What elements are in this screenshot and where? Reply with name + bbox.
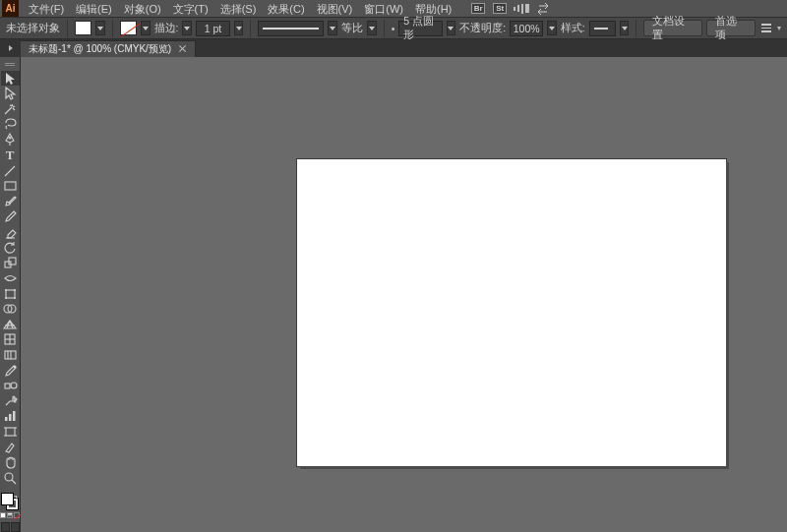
menu-window[interactable]: 窗口(W) xyxy=(358,0,409,18)
gradient-tool[interactable] xyxy=(1,347,20,363)
menu-file[interactable]: 文件(F) xyxy=(23,0,70,18)
magic-wand-tool[interactable] xyxy=(1,101,20,117)
opacity-menu[interactable] xyxy=(547,21,557,35)
document-setup-button[interactable]: 文档设置 xyxy=(643,20,702,36)
paintbrush-tool[interactable] xyxy=(1,194,20,209)
workspace-switcher-button[interactable] xyxy=(534,1,552,17)
free-transform-tool[interactable] xyxy=(1,286,20,302)
document-tab-title: 未标题-1* @ 100% (CMYK/预览) xyxy=(29,42,171,56)
color-mode-gradient[interactable] xyxy=(7,512,13,518)
svg-line-1 xyxy=(5,166,15,176)
tab-scroll-button[interactable] xyxy=(0,39,21,57)
opacity-field[interactable]: 100% xyxy=(510,21,543,36)
svg-rect-30 xyxy=(13,411,16,421)
fill-swatch[interactable] xyxy=(75,21,91,35)
eyedropper-tool[interactable] xyxy=(1,363,20,379)
svg-point-9 xyxy=(5,297,7,299)
brush-definition-menu[interactable] xyxy=(328,21,337,35)
lasso-tool[interactable] xyxy=(1,117,20,133)
tab-close-button[interactable] xyxy=(179,45,187,53)
zoom-tool[interactable] xyxy=(1,470,20,486)
color-mode-solid[interactable] xyxy=(0,512,6,518)
menu-effect[interactable]: 效果(C) xyxy=(262,0,310,18)
screen-mode-buttons xyxy=(1,522,20,532)
mesh-tool[interactable] xyxy=(1,332,20,348)
svg-point-8 xyxy=(14,289,16,291)
color-mode-none[interactable] xyxy=(14,512,20,518)
variable-width-profile-menu[interactable] xyxy=(447,21,456,35)
swap-fill-stroke-button[interactable] xyxy=(13,492,20,499)
svg-point-36 xyxy=(5,473,13,481)
svg-rect-23 xyxy=(5,384,10,388)
stroke-weight-menu[interactable] xyxy=(234,21,244,35)
svg-point-25 xyxy=(13,396,15,398)
stroke-swatch-menu[interactable] xyxy=(141,21,151,35)
hand-tool[interactable] xyxy=(1,454,20,470)
direct-selection-tool[interactable] xyxy=(1,86,20,101)
type-tool[interactable]: T xyxy=(1,148,20,163)
pencil-tool[interactable] xyxy=(1,209,20,225)
rotate-tool[interactable] xyxy=(1,240,20,256)
graphic-style-field[interactable] xyxy=(589,21,616,36)
document-tab-bar: 未标题-1* @ 100% (CMYK/预览) xyxy=(21,39,787,57)
scale-tool[interactable] xyxy=(1,256,20,271)
selection-status-label: 未选择对象 xyxy=(6,22,60,35)
tools-panel: T xyxy=(0,57,21,532)
menu-view[interactable]: 视图(V) xyxy=(311,0,359,18)
width-tool[interactable] xyxy=(1,270,20,286)
svg-rect-29 xyxy=(9,414,12,421)
menu-type[interactable]: 文字(T) xyxy=(167,0,214,18)
stroke-label: 描边: xyxy=(154,22,179,35)
stroke-weight-stepper[interactable] xyxy=(182,21,192,35)
draw-behind-button[interactable] xyxy=(11,522,20,532)
graphic-style-label: 样式: xyxy=(561,22,585,35)
svg-point-24 xyxy=(11,383,17,388)
artboard[interactable] xyxy=(297,159,726,466)
rectangle-tool[interactable] xyxy=(1,178,20,194)
fill-stroke-color-proxy[interactable] xyxy=(0,492,20,511)
menu-select[interactable]: 选择(S) xyxy=(214,0,263,18)
stroke-swatch[interactable] xyxy=(120,21,137,35)
svg-point-10 xyxy=(14,297,16,299)
svg-rect-31 xyxy=(6,428,15,436)
tools-grip[interactable] xyxy=(0,61,20,69)
slice-tool[interactable] xyxy=(1,440,20,455)
brush-definition-field[interactable] xyxy=(258,21,324,36)
document-tab[interactable]: 未标题-1* @ 100% (CMYK/预览) xyxy=(21,40,196,57)
menu-edit[interactable]: 编辑(E) xyxy=(70,0,118,18)
svg-point-7 xyxy=(5,289,7,291)
svg-rect-2 xyxy=(5,182,16,190)
blend-tool[interactable] xyxy=(1,378,20,393)
svg-point-22 xyxy=(13,365,16,368)
menu-object[interactable]: 对象(O) xyxy=(118,0,167,18)
column-graph-tool[interactable] xyxy=(1,409,20,425)
svg-rect-28 xyxy=(5,417,8,421)
variable-width-profile-field[interactable]: 5 点圆形 xyxy=(398,21,442,36)
preferences-button[interactable]: 首选项 xyxy=(706,20,755,36)
shape-builder-tool[interactable] xyxy=(1,301,20,317)
draw-normal-button[interactable] xyxy=(1,522,10,532)
svg-rect-6 xyxy=(6,290,15,298)
svg-line-37 xyxy=(12,480,16,484)
selection-tool[interactable] xyxy=(1,71,20,87)
brush-uniform-label: 等比 xyxy=(341,22,363,35)
svg-point-27 xyxy=(14,400,16,402)
pen-tool[interactable] xyxy=(1,132,20,148)
graphic-style-menu[interactable] xyxy=(620,21,630,35)
eraser-tool[interactable] xyxy=(1,224,20,240)
brush-uniform-menu[interactable] xyxy=(367,21,377,35)
stroke-weight-field[interactable]: 1 pt xyxy=(196,21,230,36)
color-mode-buttons xyxy=(0,512,20,518)
bridge-launch-button[interactable]: Br xyxy=(469,1,487,17)
artboard-tool[interactable] xyxy=(1,424,20,440)
stock-launch-button[interactable]: St xyxy=(491,1,509,17)
line-segment-tool[interactable] xyxy=(1,163,20,179)
document-stage[interactable] xyxy=(21,57,787,532)
fill-swatch-menu[interactable] xyxy=(95,21,105,35)
perspective-grid-tool[interactable] xyxy=(1,317,20,332)
symbol-sprayer-tool[interactable] xyxy=(1,393,20,409)
options-bar-flyout-button[interactable] xyxy=(759,24,773,32)
app-logo: Ai xyxy=(2,0,19,17)
opacity-label: 不透明度: xyxy=(459,22,506,35)
arrange-documents-button[interactable]: ▾ xyxy=(513,1,530,17)
